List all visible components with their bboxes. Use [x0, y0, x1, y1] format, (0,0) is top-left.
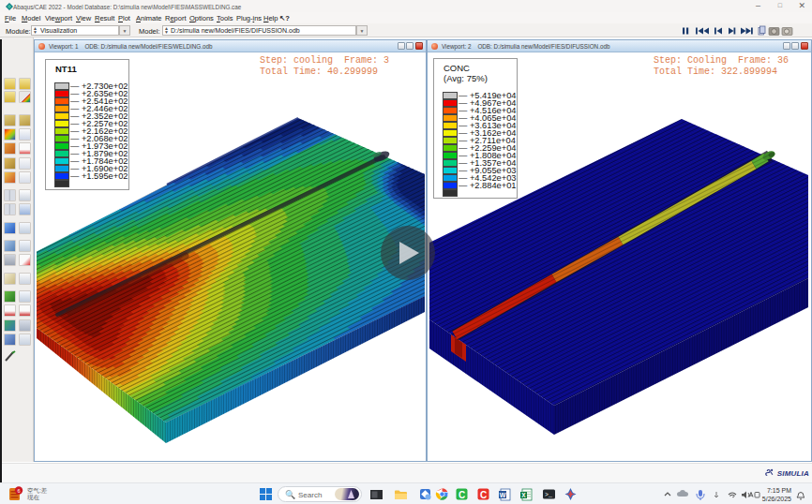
svg-text:>_: >_ — [545, 492, 552, 498]
svg-text:7:15 PM: 7:15 PM — [767, 487, 791, 494]
svg-text:6: 6 — [17, 488, 20, 494]
svg-text:X: X — [521, 492, 526, 498]
svg-text:C: C — [459, 490, 465, 500]
svg-text:5/26/2025: 5/26/2025 — [762, 496, 791, 502]
svg-text:C: C — [480, 490, 487, 500]
svg-text:W: W — [500, 492, 506, 498]
